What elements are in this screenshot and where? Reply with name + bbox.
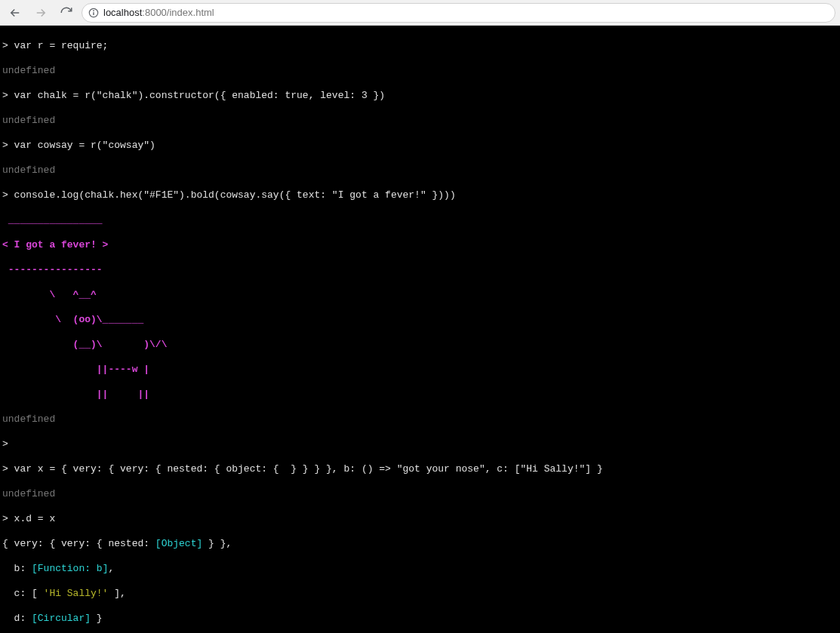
repl-input: > var chalk = r("chalk").constructor({ e…	[2, 90, 838, 103]
repl-input: > console.log(chalk.hex("#F1E").bold(cow…	[2, 189, 838, 202]
cowsay-line: (__)\ )\/\	[2, 339, 838, 352]
cowsay-line: \ ^__^	[2, 289, 838, 302]
cowsay-line: ||----w |	[2, 364, 838, 376]
repl-output-undefined: undefined	[2, 65, 838, 78]
repl-input: >	[2, 438, 838, 451]
repl-output: { very: { very: { nested: [Object] } },	[2, 538, 838, 551]
reload-button[interactable]	[56, 2, 77, 23]
address-bar[interactable]: localhost:8000/index.html	[82, 3, 835, 23]
repl-output-undefined: undefined	[2, 115, 838, 128]
forward-button[interactable]	[30, 2, 51, 23]
info-icon	[88, 8, 99, 18]
repl-output: b: [Function: b],	[2, 563, 838, 576]
repl-output-undefined: undefined	[2, 164, 838, 177]
cowsay-line: < I got a fever! >	[2, 239, 838, 252]
svg-point-2	[93, 10, 94, 11]
repl-input: > var x = { very: { very: { nested: { ob…	[2, 463, 838, 476]
repl-output: c: [ 'Hi Sally!' ],	[2, 588, 838, 601]
browser-toolbar: localhost:8000/index.html	[0, 0, 840, 26]
repl-output-undefined: undefined	[2, 488, 838, 501]
repl-input: > x.d = x	[2, 513, 838, 526]
url-text: localhost:8000/index.html	[103, 7, 214, 18]
arrow-left-icon	[8, 6, 22, 20]
cowsay-line: ________________	[2, 214, 838, 227]
cowsay-line: ----------------	[2, 264, 838, 277]
svg-rect-1	[93, 12, 94, 15]
repl-output-undefined: undefined	[2, 413, 838, 426]
cowsay-line: \ (oo)\_______	[2, 314, 838, 327]
cowsay-line: || ||	[2, 389, 838, 401]
back-button[interactable]	[5, 2, 26, 23]
repl-input: > var cowsay = r("cowsay")	[2, 140, 838, 152]
reload-icon	[60, 6, 73, 20]
repl-terminal[interactable]: > var r = require; undefined > var chalk…	[0, 26, 840, 633]
arrow-right-icon	[34, 6, 48, 20]
repl-output: d: [Circular] }	[2, 613, 838, 625]
repl-input: > var r = require;	[2, 40, 838, 53]
